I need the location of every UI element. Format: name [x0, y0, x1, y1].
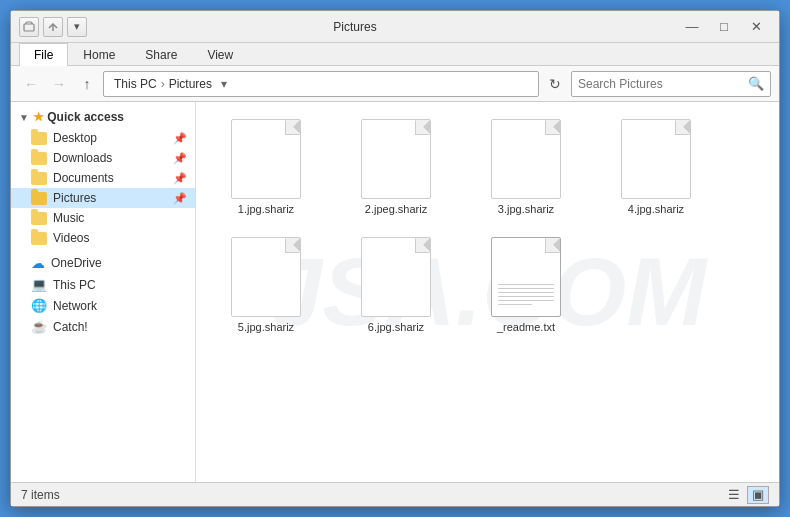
file-corner-fold2-4	[286, 238, 300, 252]
music-folder-icon	[31, 212, 47, 225]
icon-view-button[interactable]: ▣	[747, 486, 769, 504]
sidebar: ▼ ★ Quick access Desktop 📌 Downloads 📌 D	[11, 102, 196, 482]
this-pc-icon: 💻	[31, 277, 47, 292]
sidebar-item-music-label: Music	[53, 211, 84, 225]
file-icon-2	[491, 119, 561, 199]
file-corner-fold2-6	[546, 238, 560, 252]
list-view-button[interactable]: ☰	[723, 486, 745, 504]
path-computer[interactable]: This PC	[112, 77, 159, 91]
sidebar-item-downloads-label: Downloads	[53, 151, 112, 165]
address-bar: ← → ↑ This PC › Pictures ▾ ↻ 🔍	[11, 66, 779, 102]
file-line-1	[498, 284, 554, 285]
window-title: Pictures	[33, 20, 677, 34]
back-button[interactable]: ←	[19, 72, 43, 96]
file-icon-5	[361, 237, 431, 317]
file-icon-4	[231, 237, 301, 317]
file-item-0[interactable]: 1.jpg.shariz	[206, 112, 326, 222]
sidebar-item-videos-label: Videos	[53, 231, 89, 245]
file-name-3: 4.jpg.shariz	[628, 203, 684, 215]
files-grid: 1.jpg.shariz 2.jpeg.shariz 3.j	[206, 112, 769, 340]
sidebar-item-downloads[interactable]: Downloads 📌	[11, 148, 195, 168]
tab-view[interactable]: View	[192, 43, 248, 66]
title-bar: ▾ Pictures — □ ✕	[11, 11, 779, 43]
catch-icon: ☕	[31, 319, 47, 334]
view-controls: ☰ ▣	[723, 486, 769, 504]
ribbon: File Home Share View	[11, 43, 779, 66]
other-section: ☁ OneDrive 💻 This PC 🌐 Network ☕ Catch!	[11, 252, 195, 337]
file-item-3[interactable]: 4.jpg.shariz	[596, 112, 716, 222]
close-button[interactable]: ✕	[741, 16, 771, 38]
file-area: JSA.COM 1.jpg.shariz 2.jpeg.shar	[196, 102, 779, 482]
downloads-folder-icon	[31, 152, 47, 165]
file-item-5[interactable]: 6.jpg.shariz	[336, 230, 456, 340]
explorer-window: ▾ Pictures — □ ✕ File Home Share View ← …	[10, 10, 780, 507]
up-button[interactable]: ↑	[75, 72, 99, 96]
path-pictures[interactable]: Pictures	[167, 77, 214, 91]
path-separator-1: ›	[161, 77, 165, 91]
sidebar-item-onedrive-label: OneDrive	[51, 256, 102, 270]
file-name-1: 2.jpeg.shariz	[365, 203, 427, 215]
pin-icon-desktop: 📌	[173, 132, 187, 145]
sidebar-item-documents[interactable]: Documents 📌	[11, 168, 195, 188]
file-icon-3	[621, 119, 691, 199]
quick-access-header[interactable]: ▼ ★ Quick access	[11, 106, 195, 128]
file-item-2[interactable]: 3.jpg.shariz	[466, 112, 586, 222]
file-item-4[interactable]: 5.jpg.shariz	[206, 230, 326, 340]
file-item-6[interactable]: _readme.txt	[466, 230, 586, 340]
file-corner-fold2-1	[416, 120, 430, 134]
file-lines-6	[498, 284, 554, 308]
file-corner-fold2-3	[676, 120, 690, 134]
network-icon: 🌐	[31, 298, 47, 313]
sidebar-item-pictures-label: Pictures	[53, 191, 96, 205]
sidebar-item-catch[interactable]: ☕ Catch!	[11, 316, 195, 337]
file-name-5: 6.jpg.shariz	[368, 321, 424, 333]
search-box[interactable]: 🔍	[571, 71, 771, 97]
sidebar-item-pictures[interactable]: Pictures 📌	[11, 188, 195, 208]
tab-home[interactable]: Home	[68, 43, 130, 66]
file-name-2: 3.jpg.shariz	[498, 203, 554, 215]
file-corner-fold2-0	[286, 120, 300, 134]
sidebar-item-videos[interactable]: Videos	[11, 228, 195, 248]
quick-access-label: Quick access	[47, 110, 124, 124]
sidebar-item-network[interactable]: 🌐 Network	[11, 295, 195, 316]
forward-button[interactable]: →	[47, 72, 71, 96]
file-line-6	[498, 304, 532, 305]
file-icon-1	[361, 119, 431, 199]
file-item-1[interactable]: 2.jpeg.shariz	[336, 112, 456, 222]
sidebar-item-onedrive[interactable]: ☁ OneDrive	[11, 252, 195, 274]
address-path[interactable]: This PC › Pictures ▾	[103, 71, 539, 97]
onedrive-icon: ☁	[31, 255, 45, 271]
path-dropdown-arrow[interactable]: ▾	[214, 71, 234, 97]
maximize-button[interactable]: □	[709, 16, 739, 38]
sidebar-item-this-pc[interactable]: 💻 This PC	[11, 274, 195, 295]
file-icon-0	[231, 119, 301, 199]
pin-icon-documents: 📌	[173, 172, 187, 185]
tab-share[interactable]: Share	[130, 43, 192, 66]
file-corner-fold2-2	[546, 120, 560, 134]
window-controls: — □ ✕	[677, 16, 771, 38]
sidebar-item-documents-label: Documents	[53, 171, 114, 185]
sidebar-item-catch-label: Catch!	[53, 320, 88, 334]
file-corner-fold2-5	[416, 238, 430, 252]
tab-file[interactable]: File	[19, 43, 68, 66]
ribbon-tabs: File Home Share View	[11, 43, 779, 65]
file-line-2	[498, 288, 554, 289]
file-line-5	[498, 300, 554, 301]
file-line-4	[498, 296, 554, 297]
file-icon-6	[491, 237, 561, 317]
minimize-button[interactable]: —	[677, 16, 707, 38]
sidebar-item-desktop[interactable]: Desktop 📌	[11, 128, 195, 148]
search-icon: 🔍	[748, 76, 764, 91]
pictures-folder-icon	[31, 192, 47, 205]
search-input[interactable]	[578, 77, 744, 91]
item-count: 7 items	[21, 488, 60, 502]
sidebar-item-desktop-label: Desktop	[53, 131, 97, 145]
refresh-button[interactable]: ↻	[543, 72, 567, 96]
documents-folder-icon	[31, 172, 47, 185]
sidebar-item-music[interactable]: Music	[11, 208, 195, 228]
desktop-folder-icon	[31, 132, 47, 145]
file-name-0: 1.jpg.shariz	[238, 203, 294, 215]
quick-access-section: ▼ ★ Quick access Desktop 📌 Downloads 📌 D	[11, 106, 195, 248]
sidebar-item-this-pc-label: This PC	[53, 278, 96, 292]
file-name-6: _readme.txt	[497, 321, 555, 333]
